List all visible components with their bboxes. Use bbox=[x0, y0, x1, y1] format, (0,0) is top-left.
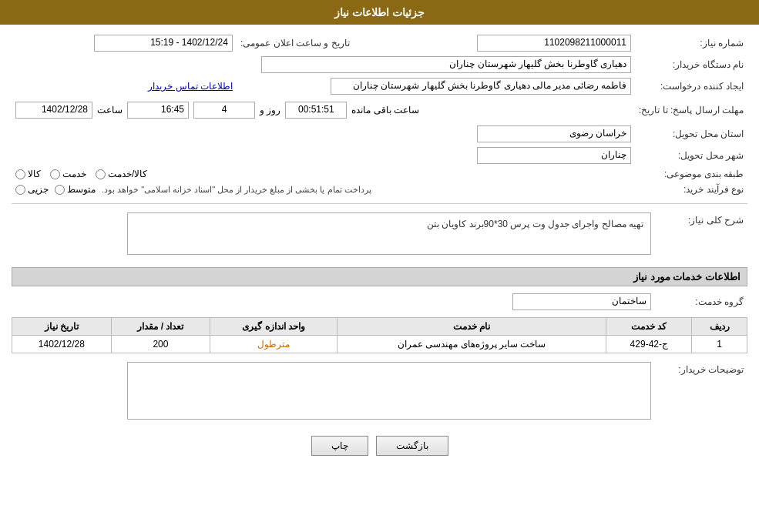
need-number-field: 1102098211000011 bbox=[477, 35, 631, 52]
buyer-notes-field[interactable] bbox=[127, 362, 651, 420]
deadline-date-field: 1402/12/28 bbox=[15, 102, 92, 119]
purchase-jezii-radio[interactable] bbox=[15, 185, 25, 195]
need-description-text: تهیه مصالح واجرای جدول وت پرس 30*90برند … bbox=[427, 219, 643, 229]
back-button[interactable]: بازگشت bbox=[376, 436, 448, 456]
description-section: شرح کلی نیاز: تهیه مصالح واجرای جدول وت … bbox=[12, 210, 747, 259]
category-kala-khedmat-label: کالا/خدمت bbox=[108, 169, 147, 179]
province-field: خراسان رضوی bbox=[477, 125, 631, 142]
buyer-notes-label: توضیحات خریدار: bbox=[655, 360, 747, 424]
deadline-remaining-field: 00:51:51 bbox=[285, 102, 347, 119]
province-label: استان محل تحویل: bbox=[635, 123, 747, 145]
services-table: ردیف کد خدمت نام خدمت واحد اندازه گیری ت… bbox=[12, 317, 747, 353]
city-field: چناران bbox=[477, 147, 631, 164]
description-watermark-area: تهیه مصالح واجرای جدول وت پرس 30*90برند … bbox=[15, 212, 651, 257]
purchase-type-row: جزیی متوسط پرداخت تمام یا بخشی از مبلغ خ… bbox=[12, 182, 635, 197]
col-row-num: ردیف bbox=[692, 318, 747, 336]
deadline-day-label: روز و bbox=[260, 105, 280, 115]
requester-label: ایجاد کننده درخواست: bbox=[635, 75, 747, 97]
cell-service-code: ج-42-429 bbox=[606, 336, 692, 353]
buyer-org-label: نام دستگاه خریدار: bbox=[635, 54, 747, 75]
city-value: چناران bbox=[12, 145, 635, 166]
deadline-days-field: 4 bbox=[193, 102, 255, 119]
purchase-type-note: پرداخت تمام یا بخشی از مبلغ خریدار از مح… bbox=[102, 185, 371, 195]
category-label: طبقه بندی موضوعی: bbox=[635, 166, 747, 182]
need-number-label: شماره نیاز: bbox=[635, 32, 747, 54]
footer-buttons: بازگشت چاپ bbox=[12, 436, 747, 456]
deadline-row: 1402/12/28 ساعت 16:45 4 روز و 00:51:51 bbox=[12, 97, 635, 123]
col-need-date: تاریخ نیاز bbox=[12, 318, 112, 336]
province-value: خراسان رضوی bbox=[12, 123, 635, 145]
service-group-value: ساختمان bbox=[12, 291, 655, 313]
page-wrapper: جزئیات اطلاعات نیاز شماره نیاز: 11020982… bbox=[0, 0, 759, 532]
purchase-type-label: نوع فرآیند خرید: bbox=[635, 182, 747, 197]
main-content: شماره نیاز: 1102098211000011 تاریخ و ساع… bbox=[0, 25, 759, 471]
category-khedmat-label: خدمت bbox=[62, 169, 86, 179]
announce-datetime-value: 1402/12/24 - 15:19 bbox=[12, 32, 237, 54]
service-group-section: گروه خدمت: ساختمان bbox=[12, 291, 747, 313]
buyer-notes-section: توضیحات خریدار: bbox=[12, 360, 747, 424]
services-section-title: اطلاعات خدمات مورد نیاز bbox=[12, 267, 747, 286]
need-description-value: تهیه مصالح واجرای جدول وت پرس 30*90برند … bbox=[12, 210, 655, 259]
table-row: 1 ج-42-429 ساخت سایر پروژه‌های مهندسی عم… bbox=[12, 336, 747, 353]
cell-service-name: ساخت سایر پروژه‌های مهندسی عمران bbox=[337, 336, 606, 353]
city-label: شهر محل تحویل: bbox=[635, 145, 747, 166]
col-service-name: نام خدمت bbox=[337, 318, 606, 336]
purchase-motavasset-label: متوسط bbox=[67, 184, 96, 195]
buyer-org-value: دهیاری گاوطرنا بخش گلیهار شهرستان چناران bbox=[12, 54, 635, 75]
deadline-time-field: 16:45 bbox=[127, 102, 189, 119]
page-header: جزئیات اطلاعات نیاز bbox=[0, 0, 759, 25]
print-button[interactable]: چاپ bbox=[311, 436, 368, 456]
purchase-jezii-label: جزیی bbox=[28, 184, 49, 195]
divider-1 bbox=[12, 203, 747, 204]
deadline-label: مهلت ارسال پاسخ: تا تاریخ: bbox=[635, 97, 747, 123]
requester-value: فاطمه رضائی مدیر مالی دهیاری گاوطرنا بخش… bbox=[237, 75, 635, 97]
cell-row-num: 1 bbox=[692, 336, 747, 353]
category-kala-radio[interactable] bbox=[15, 169, 25, 179]
need-number-value: 1102098211000011 bbox=[377, 32, 635, 54]
category-kala-khedmat-radio[interactable] bbox=[96, 169, 106, 179]
buyer-notes-value bbox=[12, 360, 655, 424]
category-khedmat-radio[interactable] bbox=[50, 169, 60, 179]
service-group-field: ساختمان bbox=[512, 293, 651, 310]
buyer-org-field: دهیاری گاوطرنا بخش گلیهار شهرستان چناران bbox=[261, 56, 631, 73]
category-row: کالا خدمت کالا/خدمت bbox=[12, 166, 635, 182]
deadline-time-label: ساعت bbox=[97, 105, 123, 115]
category-kala-label: کالا bbox=[28, 169, 41, 179]
cell-unit-measure: مترطول bbox=[210, 336, 338, 353]
info-section: شماره نیاز: 1102098211000011 تاریخ و ساع… bbox=[12, 32, 747, 197]
cell-need-date: 1402/12/28 bbox=[12, 336, 112, 353]
col-quantity: تعداد / مقدار bbox=[111, 318, 210, 336]
announce-datetime-field: 1402/12/24 - 15:19 bbox=[94, 35, 233, 52]
cell-quantity: 200 bbox=[111, 336, 210, 353]
announce-datetime-label: تاریخ و ساعت اعلان عمومی: bbox=[237, 32, 354, 54]
col-unit-measure: واحد اندازه گیری bbox=[210, 318, 338, 336]
requester-field: فاطمه رضائی مدیر مالی دهیاری گاوطرنا بخش… bbox=[331, 78, 631, 95]
service-group-label: گروه خدمت: bbox=[655, 291, 747, 313]
col-service-code: کد خدمت bbox=[606, 318, 692, 336]
contact-link[interactable]: اطلاعات تماس خریدار bbox=[148, 81, 233, 92]
deadline-remaining-label: ساعت باقی مانده bbox=[351, 105, 419, 115]
page-title: جزئیات اطلاعات نیاز bbox=[334, 6, 425, 18]
need-description-label: شرح کلی نیاز: bbox=[655, 210, 747, 259]
purchase-motavasset-radio[interactable] bbox=[55, 185, 65, 195]
